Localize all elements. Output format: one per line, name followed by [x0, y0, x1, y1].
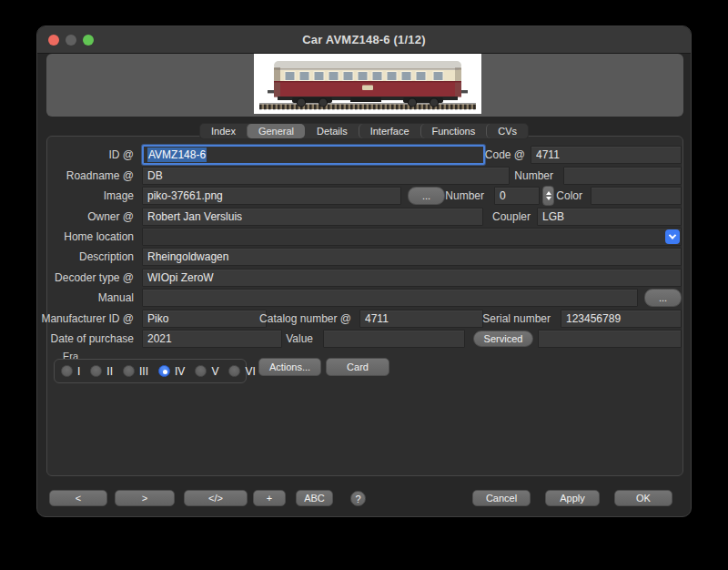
image-number-input[interactable] [494, 187, 540, 205]
coupler-input[interactable] [537, 208, 682, 226]
stepper-up-icon[interactable] [546, 191, 551, 195]
tab-index[interactable]: Index [200, 124, 247, 138]
era-radio-3[interactable]: III [123, 365, 148, 378]
manufacturer-id-input[interactable] [142, 310, 267, 328]
manual-input[interactable] [142, 289, 638, 307]
catalog-number-input[interactable] [359, 310, 483, 328]
radio-icon[interactable] [158, 365, 170, 377]
roadname-input[interactable] [142, 167, 510, 185]
image-preview-panel [46, 54, 683, 117]
radio-icon[interactable] [123, 365, 135, 377]
serial-number-label: Serial number [482, 312, 551, 325]
help-button[interactable]: ? [350, 491, 366, 506]
previous-button[interactable]: < [49, 490, 107, 506]
id-input[interactable]: AVMZ148-6 [142, 145, 485, 165]
tab-general[interactable]: General [247, 124, 305, 138]
radio-icon[interactable] [61, 365, 73, 377]
cancel-button[interactable]: Cancel [472, 490, 531, 506]
id-label: ID @ [108, 148, 134, 161]
tab-interface[interactable]: Interface [359, 124, 420, 138]
era-radio-5[interactable]: V [195, 365, 218, 378]
era-radio-1[interactable]: I [61, 365, 80, 378]
era-radio-4[interactable]: IV [158, 365, 185, 378]
chevron-down-icon [669, 231, 676, 239]
home-location-combo[interactable] [142, 228, 682, 246]
image-number-label: Number [445, 189, 484, 202]
window-title: Car AVMZ148-6 (1/12) [37, 33, 691, 46]
radio-icon[interactable] [195, 365, 207, 377]
manual-browse-button[interactable]: ... [644, 289, 682, 307]
abc-button[interactable]: ABC [296, 490, 333, 506]
number-label: Number [514, 169, 553, 182]
car-properties-window: Car AVMZ148-6 (1/12) [36, 25, 692, 517]
serviced-date-input[interactable] [538, 330, 682, 348]
image-label: Image [104, 189, 134, 202]
add-button[interactable]: + [253, 490, 286, 506]
tab-cvs[interactable]: CVs [486, 124, 528, 138]
manual-label: Manual [98, 291, 134, 304]
description-label: Description [79, 250, 134, 263]
number-input[interactable] [563, 167, 682, 185]
image-browse-button[interactable]: ... [408, 187, 445, 205]
value-input[interactable] [323, 330, 465, 348]
apply-button[interactable]: Apply [545, 490, 600, 506]
decoder-type-label: Decoder type @ [55, 271, 134, 284]
color-input[interactable] [591, 187, 682, 205]
description-input[interactable] [142, 248, 682, 266]
color-label: Color [556, 189, 582, 202]
code-input[interactable] [531, 146, 682, 164]
tab-bar: Index General Details Interface Function… [199, 123, 529, 139]
image-number-stepper[interactable] [542, 186, 554, 206]
era-radio-6[interactable]: VI [228, 365, 255, 378]
manufacturer-id-label: Manufacturer ID @ [41, 312, 134, 325]
car-image [254, 54, 481, 114]
code-label: Code @ [485, 148, 525, 161]
date-of-purchase-label: Date of purchase [51, 332, 134, 345]
home-location-dropdown-button[interactable] [665, 229, 680, 244]
xml-button[interactable]: </> [184, 490, 248, 506]
tab-details[interactable]: Details [305, 124, 359, 138]
date-of-purchase-input[interactable] [142, 330, 282, 348]
title-bar[interactable]: Car AVMZ148-6 (1/12) [37, 26, 691, 54]
serial-number-input[interactable] [561, 310, 682, 328]
serviced-button[interactable]: Serviced [473, 331, 533, 347]
owner-input[interactable] [142, 208, 483, 226]
id-selected-text: AVMZ148-6 [147, 148, 207, 162]
actions-button[interactable]: Actions... [258, 358, 321, 376]
radio-icon[interactable] [90, 365, 102, 377]
home-location-label: Home location [64, 230, 134, 243]
owner-label: Owner @ [87, 210, 134, 223]
image-filename-input[interactable] [142, 187, 401, 205]
decoder-type-input[interactable] [142, 269, 682, 287]
next-button[interactable]: > [115, 490, 175, 506]
value-label: Value [286, 332, 313, 345]
roadname-label: Roadname @ [66, 169, 134, 182]
ok-button[interactable]: OK [614, 490, 672, 506]
era-group: I II III IV V VI [54, 359, 247, 383]
radio-icon[interactable] [228, 365, 240, 377]
catalog-number-label: Catalog number @ [259, 312, 351, 325]
coupler-label: Coupler [492, 210, 531, 223]
card-button[interactable]: Card [326, 358, 389, 376]
era-radio-2[interactable]: II [90, 365, 113, 378]
stepper-down-icon[interactable] [546, 197, 551, 200]
tab-functions[interactable]: Functions [420, 124, 487, 138]
